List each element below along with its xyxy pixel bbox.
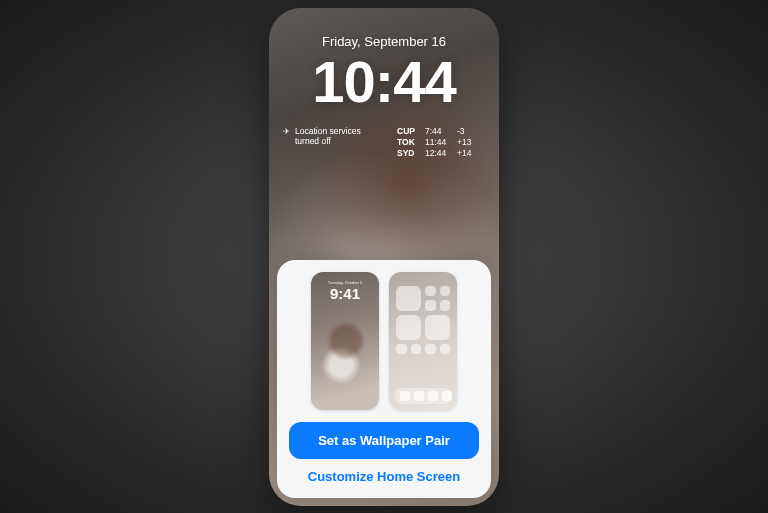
hs-app-icon bbox=[411, 344, 422, 355]
hs-app-icon bbox=[440, 286, 451, 297]
homescreen-grid bbox=[396, 286, 450, 355]
dock-app-icon bbox=[442, 391, 452, 401]
hs-app-icon bbox=[440, 344, 451, 355]
hs-widget-icon bbox=[396, 315, 421, 340]
wallpaper-sheet: Tuesday, October 5 9:41 bbox=[277, 260, 491, 498]
hs-app-icon bbox=[440, 300, 451, 311]
hs-app-icon bbox=[425, 286, 436, 297]
phone-frame: Friday, September 16 10:44 ✈ Location se… bbox=[269, 8, 499, 506]
wc-offset: -3 bbox=[457, 126, 477, 136]
hs-app-icon bbox=[425, 300, 436, 311]
wc-city: SYD bbox=[397, 148, 419, 158]
preview-time: 9:41 bbox=[311, 285, 379, 302]
customize-home-screen-button[interactable]: Customize Home Screen bbox=[308, 469, 460, 484]
world-clock-widget[interactable]: CUP 7:44 -3 TOK 11:44 +13 SYD 12:44 +14 bbox=[397, 126, 477, 158]
preview-lockscreen[interactable]: Tuesday, October 5 9:41 bbox=[311, 272, 379, 410]
lockscreen-time[interactable]: 10:44 bbox=[269, 48, 499, 115]
wc-time: 11:44 bbox=[425, 137, 451, 147]
wc-time: 12:44 bbox=[425, 148, 451, 158]
set-wallpaper-pair-button[interactable]: Set as Wallpaper Pair bbox=[289, 422, 479, 459]
widget-row: ✈ Location services turned off CUP 7:44 … bbox=[283, 126, 485, 158]
dock-app-icon bbox=[428, 391, 438, 401]
homescreen-dock bbox=[395, 388, 451, 404]
world-clock-row: TOK 11:44 +13 bbox=[397, 137, 477, 147]
world-clock-row: SYD 12:44 +14 bbox=[397, 148, 477, 158]
wc-city: CUP bbox=[397, 126, 419, 136]
wc-offset: +14 bbox=[457, 148, 477, 158]
hs-app-icon bbox=[425, 344, 436, 355]
location-widget-text: Location services turned off bbox=[295, 126, 367, 147]
hs-app-icon bbox=[396, 344, 407, 355]
world-clock-row: CUP 7:44 -3 bbox=[397, 126, 477, 136]
wc-offset: +13 bbox=[457, 137, 477, 147]
hs-widget-icon bbox=[425, 315, 450, 340]
location-widget[interactable]: ✈ Location services turned off bbox=[283, 126, 367, 147]
wc-time: 7:44 bbox=[425, 126, 451, 136]
hs-widget-icon bbox=[396, 286, 421, 311]
preview-row: Tuesday, October 5 9:41 bbox=[311, 272, 457, 410]
wc-city: TOK bbox=[397, 137, 419, 147]
dock-app-icon bbox=[400, 391, 410, 401]
location-off-icon: ✈ bbox=[283, 127, 290, 147]
dock-app-icon bbox=[414, 391, 424, 401]
preview-homescreen[interactable] bbox=[389, 272, 457, 410]
lockscreen-date[interactable]: Friday, September 16 bbox=[269, 34, 499, 49]
